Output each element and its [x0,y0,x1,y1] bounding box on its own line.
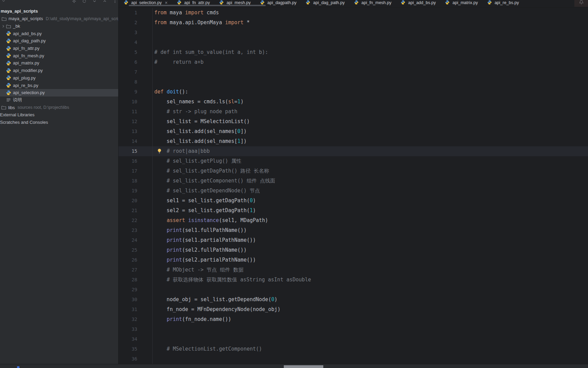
code-line-28[interactable]: 28 # 获取选择物体 获取属性数值 asString asInt asDoub… [119,275,588,285]
gutter[interactable] [137,275,153,285]
tree-item-api-re-bs[interactable]: api_re_bs.py [0,82,118,89]
code-line-18[interactable]: 18 # sel_list.getComponent() 组件 点线面 [119,176,588,186]
line-number[interactable]: 8 [119,77,137,87]
code-line-11[interactable]: 11 # str -> plug node path [119,107,588,117]
line-number[interactable]: 16 [119,156,137,166]
code-text[interactable]: # return a+b [153,57,204,67]
code-line-25[interactable]: 25 print(sel2.fullPathName()) [119,245,588,255]
code-text[interactable]: print(sel2.fullPathName()) [153,245,247,255]
code-text[interactable]: sel_names = cmds.ls(sl=1) [153,97,244,107]
line-number[interactable]: 32 [119,314,137,324]
code-text[interactable]: sel_list.add(sel_names[0]) [153,127,247,136]
gutter[interactable] [137,334,153,344]
chevron-up-icon[interactable] [102,0,107,4]
code-text[interactable]: # str -> plug node path [153,107,237,117]
tab-api-fn-mesh[interactable]: api_fn_mesh.py [349,0,396,5]
code-line-31[interactable]: 31 fn_node = MFnDependencyNode(node_obj) [119,305,588,314]
tab-api-dagpath[interactable]: api_dagpath.py [255,0,301,5]
chevron-right-icon[interactable] [1,24,5,29]
gutter[interactable] [137,196,153,206]
code-line-36[interactable]: 36 [119,354,588,364]
panel-chevron-slot[interactable] [1,0,6,4]
line-number[interactable]: 5 [119,47,137,57]
tab-api-dag-path[interactable]: api_dag_path.py [301,0,349,5]
code-line-21[interactable]: 21 sel2 = sel_list.getDagPath(1) [119,206,588,216]
gutter[interactable] [137,127,153,136]
code-text[interactable]: fn_node = MFnDependencyNode(node_obj) [153,305,280,314]
gutter[interactable] [137,136,153,146]
tab-scrollbar-thumb[interactable] [129,5,266,6]
line-number[interactable]: 22 [119,216,137,225]
tree-item-api-fn-attr[interactable]: api_fn_attr.py [0,45,118,52]
code-text[interactable]: # MSelectionList.getComponent() [153,344,262,354]
line-number[interactable]: 33 [119,324,137,334]
line-number[interactable]: 18 [119,176,137,186]
gutter[interactable] [137,295,153,305]
gutter[interactable] [137,156,153,166]
code-text[interactable]: sel1 = sel_list.getDagPath(0) [153,196,256,206]
line-number[interactable]: 30 [119,295,137,305]
gutter[interactable] [137,38,153,47]
line-number[interactable]: 14 [119,136,137,146]
intention-bulb-icon[interactable] [157,148,162,154]
line-number[interactable]: 10 [119,97,137,107]
line-number[interactable]: 23 [119,225,137,235]
code-line-27[interactable]: 27 # MObject -> 节点 组件 数据 [119,265,588,275]
code-text[interactable]: assert isinstance(sel1, MDagPath) [153,216,268,225]
code-text[interactable] [153,38,154,47]
tab-api-fn-attr[interactable]: api_fn_attr.py [172,0,214,5]
line-number[interactable]: 6 [119,57,137,67]
code-text[interactable]: def doit(): [153,87,188,97]
line-number[interactable]: 20 [119,196,137,206]
tree-item-external-libraries[interactable]: External Libraries [0,111,118,119]
code-line-32[interactable]: 32 print(fn_node.name()) [119,314,588,324]
tab-api-matrix[interactable]: api_matrix.py [440,0,482,5]
code-line-6[interactable]: 6# return a+b [119,57,588,67]
tab-api-selection[interactable]: api_selection.py× [119,0,172,5]
code-text[interactable]: print(sel1.fullPathName()) [153,225,247,235]
line-number[interactable]: 31 [119,305,137,314]
line-number[interactable]: 24 [119,235,137,245]
line-number[interactable]: 2 [119,18,137,28]
line-number[interactable]: 25 [119,245,137,255]
line-number[interactable]: 27 [119,265,137,275]
line-number[interactable]: 7 [119,67,137,77]
code-line-7[interactable]: 7 [119,67,588,77]
code-line-4[interactable]: 4 [119,38,588,47]
code-text[interactable]: print(sel2.partialPathName()) [153,255,256,265]
code-text[interactable]: # sel_list.getComponent() 组件 点线面 [153,176,275,186]
tab-api-add-bs[interactable]: api_add_bs.py [396,0,440,5]
tree-item-libs[interactable]: libssources root, D:\project\libs [0,104,118,111]
line-number[interactable]: 3 [119,28,137,38]
gutter[interactable] [137,324,153,334]
code-line-10[interactable]: 10 sel_names = cmds.ls(sl=1) [119,97,588,107]
line-number[interactable]: 15 [119,146,137,156]
code-line-1[interactable]: 1from maya import cmds [119,8,588,18]
code-text[interactable]: # MObject -> 节点 组件 数据 [153,265,244,275]
tab-api-re-bs[interactable]: api_re_bs.py [482,0,524,5]
taskbar-item-highlight[interactable] [284,365,323,368]
tree-item-api-add-bs[interactable]: api_add_bs.py [0,30,118,37]
code-line-30[interactable]: 30 node_obj = sel_list.getDependNode(0) [119,295,588,305]
code-text[interactable] [153,324,154,334]
gutter[interactable] [137,255,153,265]
code-line-26[interactable]: 26 print(sel2.partialPathName()) [119,255,588,265]
code-line-24[interactable]: 24 print(sel1.partialPathName()) [119,235,588,245]
code-line-29[interactable]: 29 [119,285,588,295]
code-line-2[interactable]: 2from maya.api.OpenMaya import * [119,18,588,28]
code-line-23[interactable]: 23 print(sel1.fullPathName()) [119,225,588,235]
gutter[interactable] [137,117,153,127]
line-number[interactable]: 29 [119,285,137,295]
gutter[interactable] [137,28,153,38]
line-number[interactable]: 19 [119,186,137,196]
gutter[interactable] [137,67,153,77]
code-text[interactable]: # sel_list.getDependNode() 节点 [153,186,260,196]
code-line-12[interactable]: 12 sel_list = MSelectionList() [119,117,588,127]
tab-api-mesh[interactable]: api_mesh.py [214,0,255,5]
code-text[interactable]: print(sel1.partialPathName()) [153,235,256,245]
line-number[interactable]: 34 [119,334,137,344]
gutter[interactable] [137,216,153,225]
tree-item-shuoming[interactable]: 说明 [0,97,118,104]
code-text[interactable] [153,77,154,87]
gutter[interactable] [137,235,153,245]
